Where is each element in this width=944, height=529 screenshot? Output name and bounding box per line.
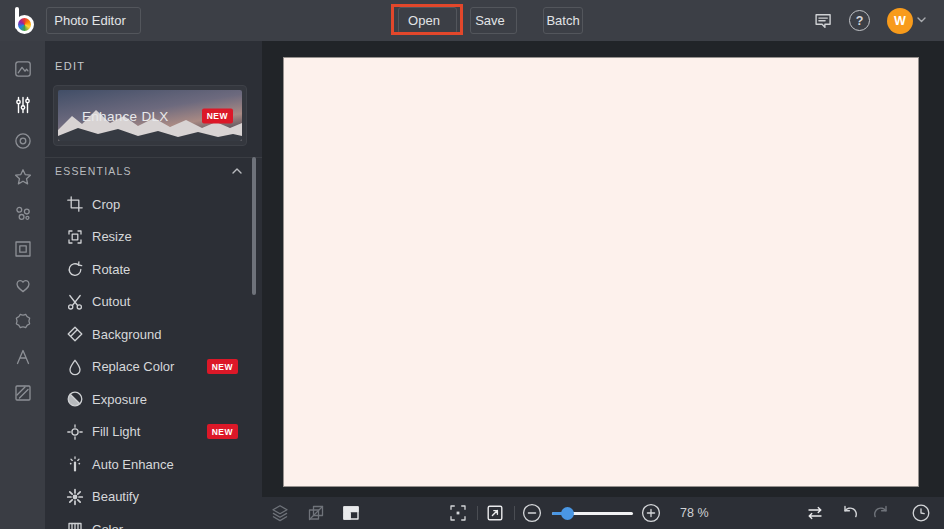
resize-icon — [66, 228, 84, 246]
merge-layers-icon[interactable] — [306, 503, 326, 523]
rail-overlays-icon[interactable] — [0, 267, 45, 303]
zoom-to-fit-icon[interactable] — [448, 503, 468, 523]
batch-label: Batch — [546, 13, 579, 28]
item-label: Crop — [92, 197, 120, 212]
save-label: Save — [475, 13, 505, 28]
menu-item-resize[interactable]: Resize — [45, 221, 262, 254]
compare-icon[interactable] — [805, 503, 825, 523]
rail-textures-icon[interactable] — [0, 375, 45, 411]
app-menu-button[interactable]: Photo Editor — [46, 7, 141, 34]
batch-button[interactable]: Batch — [543, 7, 583, 34]
rail-text-icon[interactable] — [0, 339, 45, 375]
item-new-badge: NEW — [207, 424, 238, 439]
toolbar-divider — [514, 506, 515, 520]
redo-icon[interactable] — [871, 503, 891, 523]
enhance-dlx-banner[interactable]: Enhance DLX NEW — [53, 85, 247, 146]
help-question-icon: ? — [856, 14, 864, 28]
bottom-toolbar: 78 % — [262, 497, 944, 529]
item-label: Exposure — [92, 392, 147, 407]
feedback-chat-icon[interactable] — [810, 9, 834, 33]
item-label: Cutout — [92, 294, 130, 309]
panel-scrollbar[interactable] — [252, 157, 256, 295]
menu-item-crop[interactable]: Crop — [45, 188, 262, 221]
avatar-chevron-down-icon[interactable] — [917, 17, 926, 23]
canvas-area — [262, 41, 944, 497]
rail-effects-icon[interactable] — [0, 159, 45, 195]
essentials-section-header[interactable]: ESSENTIALS — [55, 165, 242, 177]
save-button[interactable]: Save — [470, 7, 517, 34]
user-avatar[interactable]: W — [887, 8, 913, 34]
item-label: Resize — [92, 229, 132, 244]
edit-panel: EDIT Enhance DLX — [45, 41, 262, 529]
menu-item-cutout[interactable]: Cutout — [45, 286, 262, 319]
chevron-up-icon — [232, 168, 242, 174]
rail-frames-icon[interactable] — [0, 231, 45, 267]
undo-icon[interactable] — [840, 503, 860, 523]
menu-item-auto-enhance[interactable]: Auto Enhance — [45, 448, 262, 481]
avatar-initial: W — [894, 14, 906, 28]
zoom-level-value[interactable]: 78 % — [680, 497, 709, 529]
history-clock-icon[interactable] — [911, 503, 931, 523]
app-menu-label: Photo Editor — [54, 13, 126, 28]
image-canvas[interactable] — [283, 57, 919, 487]
item-new-badge: NEW — [207, 359, 238, 374]
panel-title: EDIT — [55, 60, 85, 72]
zoom-out-button[interactable] — [522, 503, 542, 523]
top-bar: Photo Editor Open Save Batch ? W — [0, 0, 944, 41]
rotate-icon — [66, 260, 84, 278]
background-icon — [66, 325, 84, 343]
rail-image-icon[interactable] — [0, 51, 45, 87]
auto-enhance-wand-icon — [66, 455, 84, 473]
tool-rail — [0, 41, 45, 529]
exposure-icon — [66, 390, 84, 408]
menu-item-fill-light[interactable]: Fill Light NEW — [45, 416, 262, 449]
item-label: Replace Color — [92, 359, 174, 374]
essentials-title: ESSENTIALS — [55, 165, 132, 177]
beautify-flower-icon — [66, 488, 84, 506]
fill-light-icon — [66, 423, 84, 441]
item-label: Fill Light — [92, 424, 140, 439]
menu-item-background[interactable]: Background — [45, 318, 262, 351]
menu-item-replace-color[interactable]: Replace Color NEW — [45, 351, 262, 384]
menu-item-color[interactable]: Color — [45, 513, 262, 529]
template-layout-icon[interactable] — [341, 503, 361, 523]
rail-artsy-icon[interactable] — [0, 195, 45, 231]
fullscreen-icon[interactable] — [485, 503, 505, 523]
banner-new-badge: NEW — [202, 108, 233, 123]
zoom-in-button[interactable] — [641, 503, 661, 523]
photo-editor-app: Photo Editor Open Save Batch ? W — [0, 0, 944, 529]
befunky-logo-icon[interactable] — [8, 5, 38, 36]
zoom-slider-handle[interactable] — [561, 507, 574, 520]
rail-adjust-icon[interactable] — [0, 87, 45, 123]
item-label: Background — [92, 327, 161, 342]
replace-color-droplet-icon — [66, 358, 84, 376]
menu-item-rotate[interactable]: Rotate — [45, 253, 262, 286]
color-icon — [66, 520, 84, 529]
item-label: Beautify — [92, 489, 139, 504]
essentials-list: Crop Resize Rotate — [45, 188, 262, 529]
item-label: Auto Enhance — [92, 457, 174, 472]
banner-title: Enhance DLX — [82, 108, 169, 123]
menu-item-exposure[interactable]: Exposure — [45, 383, 262, 416]
rail-touch-up-icon[interactable] — [0, 123, 45, 159]
open-label: Open — [408, 13, 440, 28]
layers-icon[interactable] — [270, 503, 290, 523]
cutout-scissors-icon — [66, 293, 84, 311]
crop-icon — [66, 195, 84, 213]
help-button[interactable]: ? — [849, 10, 870, 31]
rail-graphics-icon[interactable] — [0, 303, 45, 339]
panel-divider — [45, 157, 262, 158]
banner-mountain-image: Enhance DLX NEW — [58, 90, 242, 141]
menu-item-beautify[interactable]: Beautify — [45, 481, 262, 514]
open-button[interactable]: Open — [398, 7, 457, 34]
toolbar-divider — [477, 506, 478, 520]
item-label: Color — [92, 522, 123, 529]
item-label: Rotate — [92, 262, 130, 277]
